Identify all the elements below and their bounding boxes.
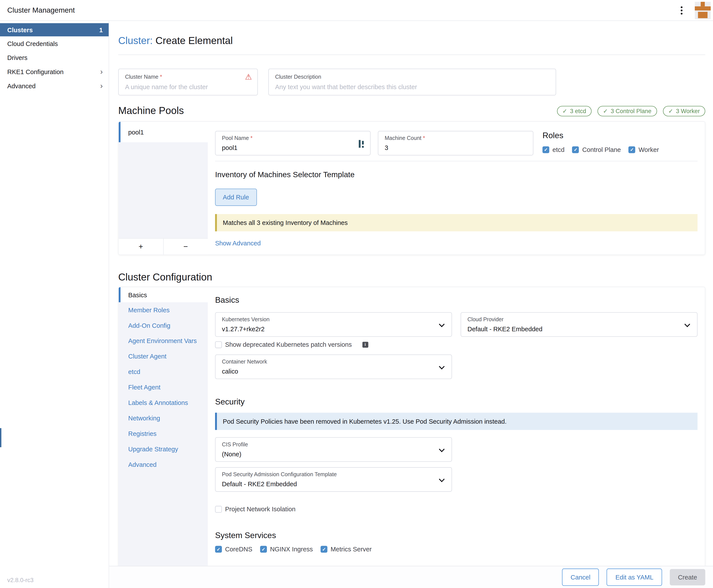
psa-template-select[interactable]: Pod Security Admission Configuration Tem… xyxy=(215,467,452,492)
psa-template-value: Default - RKE2 Embedded xyxy=(222,480,445,487)
pool-tab-actions: + − xyxy=(119,238,208,255)
cis-profile-value: (None) xyxy=(222,450,445,458)
check-icon: ✓ xyxy=(603,107,608,114)
pool-tabs-empty-area xyxy=(119,142,208,238)
nginx-ingress-checkbox[interactable]: ✓ NGINX Ingress xyxy=(260,545,313,552)
edit-as-yaml-button[interactable]: Edit as YAML xyxy=(607,569,662,586)
sidebar-item-label: Cloud Credentials xyxy=(7,40,58,47)
config-nav: Basics Member Roles Add-On Config Agent … xyxy=(119,287,208,566)
kubernetes-version-value: v1.27.7+rke2r2 xyxy=(222,326,445,333)
avatar-broken-image-icon[interactable] xyxy=(695,2,711,19)
page-title-text: Create Elemental xyxy=(156,35,233,46)
config-nav-fleet-agent[interactable]: Fleet Agent xyxy=(119,379,208,395)
config-nav-cluster-agent[interactable]: Cluster Agent xyxy=(119,349,208,364)
sidebar-item-label: Drivers xyxy=(7,54,27,61)
pool-name-input[interactable] xyxy=(222,144,343,151)
info-icon[interactable]: i xyxy=(362,341,368,348)
randomize-name-icon[interactable] xyxy=(359,140,364,148)
required-asterisk: * xyxy=(423,135,425,141)
cluster-description-input[interactable] xyxy=(275,83,549,90)
roles-block: Roles ✓ etcd ✓ Control Plane xyxy=(543,131,667,153)
cluster-name-input[interactable] xyxy=(125,83,251,90)
cluster-configuration-heading: Cluster Configuration xyxy=(118,271,705,283)
cluster-description-label: Cluster Description xyxy=(275,74,549,80)
show-deprecated-versions-checkbox[interactable]: Show deprecated Kubernetes patch version… xyxy=(215,341,352,348)
add-rule-button[interactable]: Add Rule xyxy=(215,189,257,206)
container-network-select[interactable]: Container Network calico xyxy=(215,355,452,379)
machine-count-input[interactable] xyxy=(385,144,505,151)
show-advanced-link[interactable]: Show Advanced xyxy=(215,239,261,247)
project-network-isolation-checkbox[interactable]: Project Network Isolation xyxy=(215,505,296,512)
checkbox-checked-icon: ✓ xyxy=(543,146,549,153)
footer-action-bar: Cancel Edit as YAML Create xyxy=(109,566,713,588)
config-nav-networking[interactable]: Networking xyxy=(119,411,208,426)
sidebar-item-rke1-configuration[interactable]: RKE1 Configuration › xyxy=(0,64,108,79)
cluster-description-field: Cluster Description xyxy=(268,69,556,96)
role-checkbox-etcd[interactable]: ✓ etcd xyxy=(543,146,565,153)
worker-count-badge: ✓ 3 Worker xyxy=(663,106,705,116)
config-nav-basics[interactable]: Basics xyxy=(119,287,208,302)
top-header: Cluster Management xyxy=(0,0,713,21)
clusters-count-badge: 1 xyxy=(99,26,103,33)
metrics-server-checkbox[interactable]: ✓ Metrics Server xyxy=(321,545,371,552)
check-icon: ✓ xyxy=(668,107,673,114)
machine-pools-heading: Machine Pools xyxy=(118,105,184,117)
config-form: Basics Kubernetes Version v1.27.7+rke2r2… xyxy=(208,287,705,566)
cluster-name-label: Cluster Name * xyxy=(125,74,251,80)
etcd-count-badge: ✓ 3 etcd xyxy=(557,106,592,116)
required-asterisk: * xyxy=(160,74,162,80)
sidebar-item-drivers[interactable]: Drivers xyxy=(0,50,108,64)
cancel-button[interactable]: Cancel xyxy=(562,569,599,586)
machine-pools-card: pool1 + − Pool Name xyxy=(118,121,705,255)
sidebar-item-advanced[interactable]: Advanced › xyxy=(0,79,108,93)
checkbox-checked-icon: ✓ xyxy=(260,546,267,552)
left-edge-indicator xyxy=(0,428,1,447)
add-pool-button[interactable]: + xyxy=(119,239,163,255)
required-asterisk: * xyxy=(250,135,252,141)
cloud-provider-select[interactable]: Cloud Provider Default - RKE2 Embedded xyxy=(461,312,697,337)
sidebar: Clusters 1 Cloud Credentials Drivers RKE… xyxy=(0,21,109,588)
config-nav-advanced[interactable]: Advanced xyxy=(119,457,208,472)
cis-profile-select[interactable]: CIS Profile (None) xyxy=(215,437,452,462)
app-title: Cluster Management xyxy=(7,6,75,14)
checkbox-checked-icon: ✓ xyxy=(321,546,327,552)
sidebar-item-clusters[interactable]: Clusters 1 xyxy=(0,23,108,36)
inventory-selector-heading: Inventory of Machines Selector Template xyxy=(215,170,697,180)
role-checkbox-worker[interactable]: ✓ Worker xyxy=(629,146,659,153)
config-nav-upgrade-strategy[interactable]: Upgrade Strategy xyxy=(119,441,208,457)
config-nav-labels-annotations[interactable]: Labels & Annotations xyxy=(119,395,208,411)
security-heading: Security xyxy=(215,397,697,407)
checkbox-checked-icon: ✓ xyxy=(629,146,635,153)
coredns-checkbox[interactable]: ✓ CoreDNS xyxy=(215,545,252,552)
pool-form-divider xyxy=(215,161,697,161)
cluster-name-field: Cluster Name * ⚠ xyxy=(118,69,258,96)
config-nav-member-roles[interactable]: Member Roles xyxy=(119,302,208,318)
system-services-heading: System Services xyxy=(215,531,697,541)
config-nav-agent-environment-vars[interactable]: Agent Environment Vars xyxy=(119,333,208,349)
sidebar-item-cloud-credentials[interactable]: Cloud Credentials xyxy=(0,36,108,50)
check-icon: ✓ xyxy=(562,107,567,114)
pool-name-label: Pool Name * xyxy=(222,135,364,141)
config-nav-registries[interactable]: Registries xyxy=(119,426,208,441)
sidebar-item-label: Clusters xyxy=(7,26,33,33)
basics-heading: Basics xyxy=(215,296,697,305)
remove-pool-button[interactable]: − xyxy=(164,239,208,255)
config-nav-add-on-config[interactable]: Add-On Config xyxy=(119,318,208,333)
cluster-configuration-card: Basics Member Roles Add-On Config Agent … xyxy=(118,287,705,566)
pool-name-field: Pool Name * xyxy=(215,131,370,155)
kubernetes-version-select[interactable]: Kubernetes Version v1.27.7+rke2r2 xyxy=(215,312,452,337)
sidebar-item-label: Advanced xyxy=(7,82,36,89)
role-checkbox-control-plane[interactable]: ✓ Control Plane xyxy=(572,146,621,153)
machine-count-label: Machine Count * xyxy=(385,135,527,141)
kebab-menu-icon[interactable] xyxy=(676,3,688,17)
pool-tabs-column: pool1 + − xyxy=(119,122,208,255)
container-network-value: calico xyxy=(222,368,445,375)
control-plane-count-badge: ✓ 3 Control Plane xyxy=(597,106,657,116)
pool-tab-pool1[interactable]: pool1 xyxy=(119,122,208,142)
warning-icon: ⚠ xyxy=(245,73,252,81)
create-button[interactable]: Create xyxy=(670,569,705,585)
config-nav-etcd[interactable]: etcd xyxy=(119,364,208,379)
roles-heading: Roles xyxy=(543,131,667,141)
version-label: v2.8.0-rc3 xyxy=(7,577,34,583)
main-content: Cluster: Create Elemental Cluster Name *… xyxy=(109,21,713,588)
